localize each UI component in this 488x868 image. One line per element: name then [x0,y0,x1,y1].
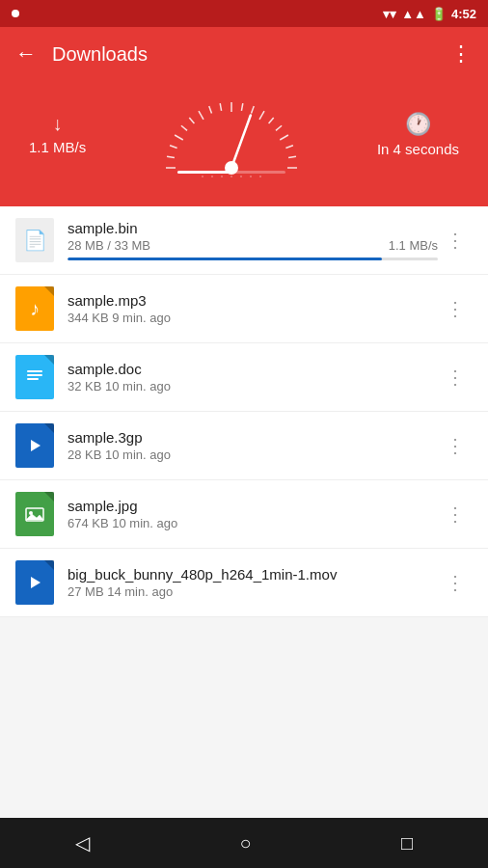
svg-line-1 [167,156,175,157]
back-nav-button[interactable]: ◁ [66,822,99,864]
svg-line-6 [199,111,203,120]
svg-rect-30 [27,370,42,372]
svg-rect-32 [27,378,39,380]
file-progress-bar [68,258,438,260]
file-name: sample.doc [68,361,415,377]
list-item: ♪ sample.mp3 344 KB 9 min. ago ⋮ [0,275,488,343]
file-name: sample.jpg [68,498,415,514]
more-options-button[interactable]: ⋮ [450,41,473,67]
list-item: sample.jpg 674 KB 10 min. ago ⋮ [0,480,488,549]
svg-line-4 [181,125,187,130]
time-remaining-value: In 4 seconds [377,141,459,157]
file-download-speed: 1.1 MB/s [389,238,438,253]
svg-line-10 [241,103,242,111]
file-type-icon [15,423,54,468]
battery-icon: 🔋 [431,7,447,21]
svg-line-8 [220,103,221,111]
file-list: 📄 sample.bin 28 MB / 33 MB 1.1 MB/s ⋮ ♪ … [0,206,488,617]
bottom-nav-bar: ◁ ○ □ [0,818,488,868]
svg-rect-22 [177,171,235,174]
list-item: sample.doc 32 KB 10 min. ago ⋮ [0,343,488,412]
file-more-button[interactable]: ⋮ [438,358,473,396]
list-item: sample.3gp 28 KB 10 min. ago ⋮ [0,412,488,480]
file-more-button[interactable]: ⋮ [438,221,473,259]
svg-line-5 [189,118,194,123]
svg-line-17 [288,156,296,157]
file-more-button[interactable]: ⋮ [438,495,473,533]
svg-marker-36 [31,577,41,588]
file-name: sample.3gp [68,429,415,446]
file-meta: 344 KB 9 min. ago [68,311,438,325]
file-meta: 27 MB 14 min. ago [68,584,438,599]
toolbar: ← Downloads ⋮ [0,27,488,81]
file-more-button[interactable]: ⋮ [438,563,473,602]
back-button[interactable]: ← [15,41,37,67]
svg-line-7 [209,106,212,114]
page-title: Downloads [52,43,148,66]
file-progress-fill [68,258,382,260]
svg-line-16 [285,146,293,149]
svg-line-14 [276,125,282,130]
svg-rect-31 [27,374,42,376]
file-meta: 32 KB 10 min. ago [68,379,438,393]
file-type-icon [15,492,54,536]
svg-line-13 [269,118,274,123]
svg-line-19 [231,115,251,168]
svg-marker-33 [31,440,41,451]
svg-line-11 [252,106,255,114]
status-bar: ▾▾ ▲▲ 🔋 4:52 [0,0,488,27]
time-display: 4:52 [451,7,476,21]
svg-line-12 [259,111,264,120]
speedometer [154,91,309,177]
download-speed-icon: ↓ [53,113,63,135]
file-name: big_buck_bunny_480p_h264_1min-1.mov [68,566,415,583]
file-meta: 28 KB 10 min. ago [68,448,438,462]
wifi-icon: ▾▾ [383,7,396,21]
file-name: sample.bin [68,220,415,236]
file-type-icon: ♪ [15,286,54,331]
notification-dot [12,10,19,17]
dashboard: ↓ 1.1 MB/s [0,81,488,206]
file-type-icon: 📄 [15,218,54,262]
file-more-button[interactable]: ⋮ [438,426,473,465]
list-item: 📄 sample.bin 28 MB / 33 MB 1.1 MB/s ⋮ [0,206,488,275]
file-type-icon [15,355,54,399]
file-meta: 674 KB 10 min. ago [68,516,438,530]
file-name: sample.mp3 [68,292,415,309]
svg-line-3 [175,135,183,140]
file-size: 28 MB / 33 MB [68,238,150,253]
download-speed-value: 1.1 MB/s [29,139,86,155]
svg-line-15 [280,135,288,140]
file-type-icon [15,560,54,605]
time-remaining-icon: 🕐 [405,112,431,137]
signal-icon: ▲▲ [401,7,426,21]
svg-line-2 [170,146,177,149]
recent-nav-button[interactable]: □ [392,823,422,864]
list-item: big_buck_bunny_480p_h264_1min-1.mov 27 M… [0,549,488,617]
home-nav-button[interactable]: ○ [230,823,260,864]
file-more-button[interactable]: ⋮ [438,289,473,328]
